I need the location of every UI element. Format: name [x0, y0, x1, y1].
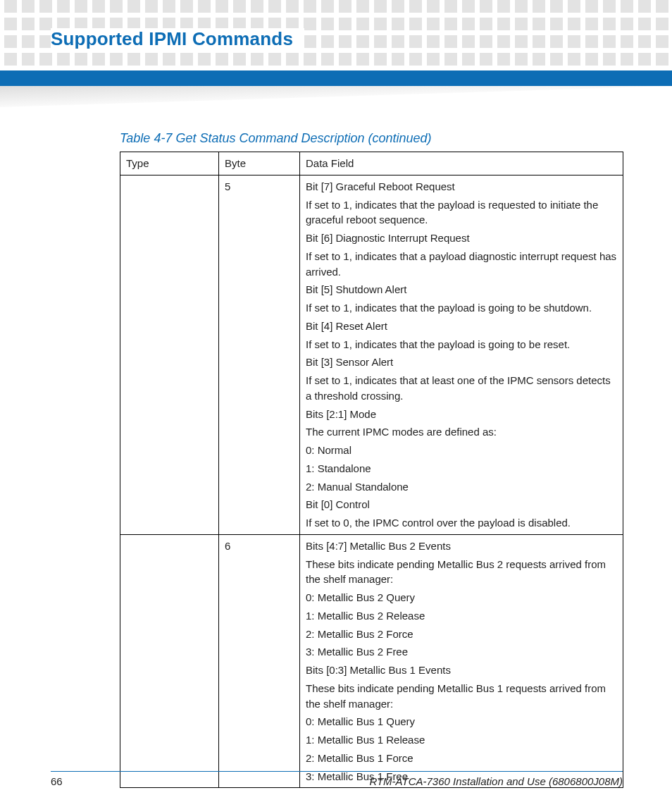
table-row: 6Bits [4:7] Metallic Bus 2 EventsThese b… [120, 534, 623, 788]
col-header-datafield: Data Field [300, 152, 623, 175]
datafield-line: Bits [4:7] Metallic Bus 2 Events [306, 538, 617, 554]
col-header-type: Type [120, 152, 219, 175]
datafield-line: 2: Manual Standalone [306, 479, 617, 495]
datafield-line: Bit [0] Control [306, 497, 617, 512]
datafield-line: If set to 1, indicates that the payload … [306, 337, 617, 352]
page-number: 66 [51, 775, 63, 787]
datafield-line: 3: Metallic Bus 2 Free [306, 644, 617, 660]
datafield-line: Bits [0:3] Metallic Bus 1 Events [306, 663, 617, 678]
datafield-line: If set to 0, the IPMC control over the p… [306, 515, 617, 531]
datafield-line: 0: Metallic Bus 1 Query [306, 714, 617, 729]
datafield-line: 2: Metallic Bus 2 Force [306, 627, 617, 642]
cell-datafield: Bits [4:7] Metallic Bus 2 EventsThese bi… [300, 534, 623, 788]
footer-rule [51, 771, 623, 772]
datafield-line: 2: Metallic Bus 1 Force [306, 751, 617, 766]
page-title-wrap: Supported IPMI Commands [51, 28, 304, 50]
cell-byte: 5 [219, 175, 300, 534]
table-caption: Table 4-7 Get Status Command Description… [120, 131, 432, 146]
datafield-line: If set to 1, indicates that a payload di… [306, 249, 617, 280]
datafield-line: 1: Standalone [306, 461, 617, 476]
datafield-line: If set to 1, indicates that at least one… [306, 373, 617, 404]
datafield-line: Bit [6] Diagnostic Interrupt Request [306, 230, 617, 246]
datafield-line: Bit [3] Sensor Alert [306, 355, 617, 370]
decor-row [0, 53, 672, 66]
datafield-line: 0: Normal [306, 443, 617, 458]
datafield-line: Bit [4] Reset Alert [306, 319, 617, 334]
datafield-line: 1: Metallic Bus 1 Release [306, 732, 617, 748]
command-table: Type Byte Data Field 5Bit [7] Graceful R… [120, 152, 623, 788]
table-header-row: Type Byte Data Field [120, 152, 623, 175]
datafield-line: The current IPMC modes are defined as: [306, 424, 617, 440]
datafield-line: 1: Metallic Bus 2 Release [306, 608, 617, 624]
page-footer: 66 RTM-ATCA-7360 Installation and Use (6… [51, 775, 623, 787]
datafield-line: 0: Metallic Bus 2 Query [306, 590, 617, 605]
cell-type [120, 534, 219, 788]
document-id: RTM-ATCA-7360 Installation and Use (6806… [369, 775, 623, 787]
header-bluebar [0, 70, 672, 86]
datafield-line: Bits [2:1] Mode [306, 407, 617, 422]
datafield-line: If set to 1, indicates that the payload … [306, 300, 617, 316]
decor-row [0, 0, 672, 13]
datafield-line: These bits indicate pending Metallic Bus… [306, 557, 617, 588]
datafield-line: These bits indicate pending Metallic Bus… [306, 681, 617, 712]
cell-datafield: Bit [7] Graceful Reboot RequestIf set to… [300, 175, 623, 534]
table-row: 5Bit [7] Graceful Reboot RequestIf set t… [120, 175, 623, 534]
page-title: Supported IPMI Commands [51, 28, 293, 49]
cell-type [120, 175, 219, 534]
datafield-line: Bit [5] Shutdown Alert [306, 282, 617, 297]
header-wedge [0, 86, 672, 107]
cell-byte: 6 [219, 534, 300, 788]
datafield-line: Bit [7] Graceful Reboot Request [306, 179, 617, 195]
datafield-line: If set to 1, indicates that the payload … [306, 197, 617, 228]
col-header-byte: Byte [219, 152, 300, 175]
